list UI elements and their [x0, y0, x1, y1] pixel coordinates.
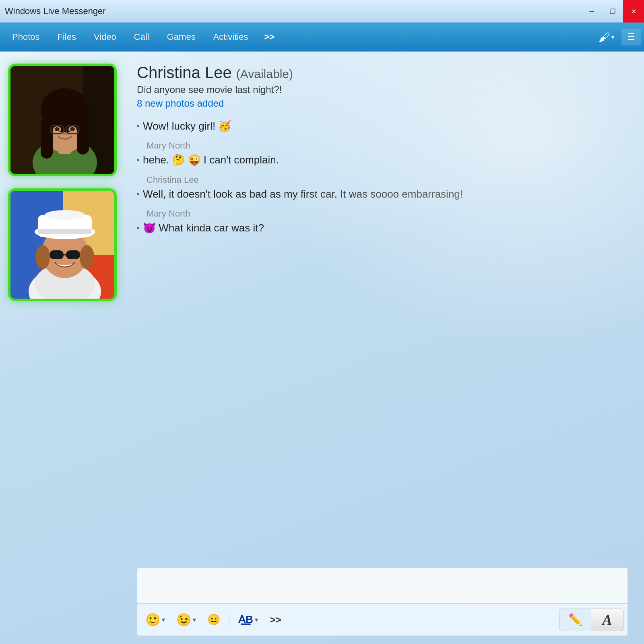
font-format-dropdown[interactable]: ▾: [255, 616, 258, 623]
contact-avatar-mary: [8, 188, 117, 301]
svg-point-26: [45, 210, 85, 220]
contact-name-line: Christina Lee (Available): [137, 64, 628, 82]
svg-rect-6: [41, 118, 53, 159]
message-line-2: ▪ hehe. 🤔 😜 I can't complain.: [137, 153, 628, 167]
message-group-3: Christina Lee ▪ Well, it doesn't look as…: [137, 175, 628, 201]
svg-rect-27: [38, 229, 92, 234]
emoji-custom-button[interactable]: 😐: [203, 610, 224, 629]
message-text-2: hehe. 🤔 😜 I can't complain.: [143, 153, 628, 167]
toolbar-video[interactable]: Video: [85, 29, 125, 45]
svg-point-16: [63, 132, 67, 135]
toolbar-activities[interactable]: Activities: [204, 29, 257, 45]
message-text-1: Wow! lucky girl! 🥳: [143, 119, 628, 133]
close-button[interactable]: ✕: [623, 0, 644, 23]
emoji-smiley-icon: 🙂: [145, 613, 160, 627]
emoji-wink-dropdown[interactable]: ▾: [193, 616, 196, 623]
toolbar-files[interactable]: Files: [49, 29, 85, 45]
minimize-button[interactable]: ─: [581, 0, 602, 23]
svg-point-34: [80, 245, 94, 269]
toolbar-divider-1: [229, 612, 229, 628]
message-input-area[interactable]: [137, 568, 628, 604]
svg-point-8: [43, 90, 87, 118]
toolbar-games[interactable]: Games: [158, 29, 204, 45]
font-format-icon: A͟B: [238, 613, 253, 626]
chat-area: Christina Lee (Available) Did anyone see…: [129, 52, 644, 644]
toolbar-call[interactable]: Call: [125, 29, 158, 45]
window-controls: ─ ❐ ✕: [581, 0, 644, 23]
svg-rect-29: [66, 250, 80, 259]
contact-name: Christina Lee: [137, 64, 232, 81]
message-text-3: Well, it doesn't look as bad as my first…: [143, 187, 628, 201]
paintbrush-icon: 🖌: [599, 31, 610, 44]
contact-avatar-svg-mary: [10, 191, 117, 301]
message-text-4: 😈 What kinda car was it?: [143, 221, 628, 235]
title-bar: Windows Live Messenger ─ ❐ ✕: [0, 0, 644, 23]
emoji-wink-button[interactable]: 😉 ▾: [172, 609, 200, 630]
svg-point-14: [55, 127, 60, 131]
contact-avatar-svg-christina: [10, 66, 117, 176]
svg-rect-7: [77, 118, 89, 155]
menu-toolbar: Photos Files Video Call Games Activities…: [0, 23, 644, 52]
bullet-4: ▪: [137, 222, 140, 233]
message-group-2: Mary North ▪ hehe. 🤔 😜 I can't complain.: [137, 140, 628, 167]
menu-icon: ☰: [627, 32, 635, 42]
input-toolbar: 🙂 ▾ 😉 ▾ 😐 A͟B ▾ >> ✏️: [137, 604, 628, 636]
sender-christina: Christina Lee: [147, 175, 628, 185]
send-label: A: [602, 611, 612, 628]
bullet-3: ▪: [137, 188, 140, 200]
message-group-4: Mary North ▪ 😈 What kinda car was it?: [137, 208, 628, 235]
send-button[interactable]: A: [591, 609, 623, 631]
svg-point-15: [70, 127, 75, 131]
toolbar-photos[interactable]: Photos: [3, 29, 49, 45]
paintbrush-dropdown-arrow: ▾: [611, 34, 614, 40]
app-title: Windows Live Messenger: [5, 6, 106, 17]
emoji-custom-icon: 😐: [207, 613, 220, 626]
message-input-content: [143, 572, 622, 596]
send-button-area: ✏️ A: [559, 609, 623, 631]
svg-point-33: [35, 245, 50, 269]
bullet-2: ▪: [137, 154, 140, 165]
message-line-1: ▪ Wow! lucky girl! 🥳: [137, 119, 628, 133]
menu-button[interactable]: ☰: [621, 29, 641, 45]
main-area: Christina Lee (Available) Did anyone see…: [0, 52, 644, 644]
message-line-4: ▪ 😈 What kinda car was it?: [137, 221, 628, 235]
svg-rect-28: [50, 250, 64, 259]
pencil-icon: ✏️: [568, 613, 582, 626]
message-group-1: ▪ Wow! lucky girl! 🥳: [137, 119, 628, 133]
sender-mary-2: Mary North: [147, 208, 628, 219]
message-line-3: ▪ Well, it doesn't look as bad as my fir…: [137, 187, 628, 201]
contact-avatar-christina: [8, 64, 117, 176]
sender-mary-1: Mary North: [147, 140, 628, 151]
emoji-smiley-button[interactable]: 🙂 ▾: [141, 609, 169, 630]
bullet-1: ▪: [137, 120, 140, 132]
emoji-smiley-dropdown[interactable]: ▾: [162, 616, 165, 623]
restore-button[interactable]: ❐: [602, 0, 623, 23]
pencil-button[interactable]: ✏️: [559, 609, 591, 631]
contact-photos-link[interactable]: 8 new photos added: [137, 98, 224, 109]
paintbrush-button[interactable]: 🖌 ▾: [593, 27, 620, 47]
input-more-button[interactable]: >>: [265, 611, 286, 629]
emoji-wink-icon: 😉: [176, 613, 191, 627]
contact-status: (Available): [236, 67, 293, 80]
font-format-button[interactable]: A͟B ▾: [234, 610, 262, 629]
avatar-sidebar: [0, 52, 129, 644]
toolbar-more-button[interactable]: >>: [257, 29, 282, 45]
contact-status-message: Did anyone see movie last night?!: [137, 84, 628, 95]
messages-area: ▪ Wow! lucky girl! 🥳 Mary North ▪ hehe. …: [137, 119, 628, 561]
contact-header: Christina Lee (Available) Did anyone see…: [137, 64, 628, 109]
